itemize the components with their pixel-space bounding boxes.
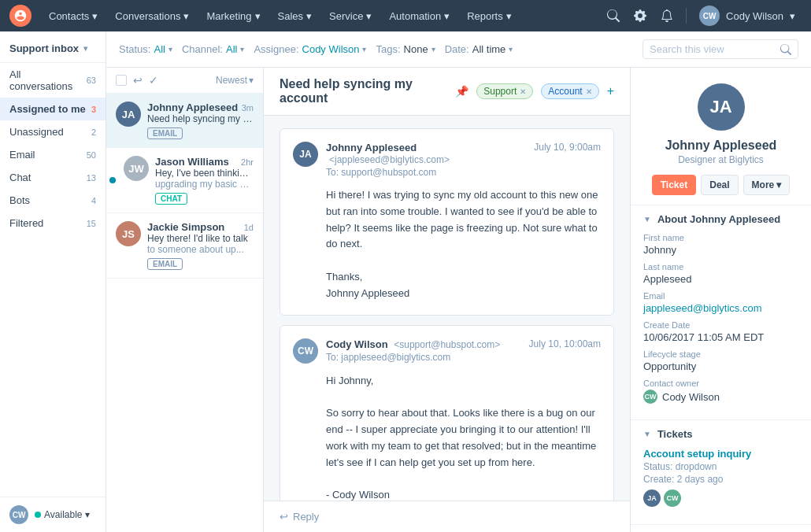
sidebar-item-filtered[interactable]: Filtered 15 [0, 212, 106, 235]
msg-meta-1: Johnny Appleseed <jappleseed@biglytics.c… [326, 142, 526, 178]
field-create-date: Create Date 10/06/2017 11:05 AM EDT [643, 320, 798, 343]
sidebar-item-bots[interactable]: Bots 4 [0, 189, 106, 212]
sidebar-header[interactable]: Support inbox ▾ [0, 31, 106, 63]
conv-detail-header: Need help syncing my account 📌 Support ✕… [264, 68, 630, 116]
conv-item-3[interactable]: JS Jackie Simpson 1d Hey there! I'd like… [106, 213, 263, 279]
tickets-chevron-icon: ▼ [643, 430, 651, 438]
msg-avatar-1: JA [293, 142, 318, 167]
unread-indicator [109, 177, 116, 183]
more-button[interactable]: More ▾ [743, 175, 791, 195]
sidebar-arrow-icon: ▾ [83, 44, 87, 53]
about-section: ▼ About Johnny Appleseed First name John… [631, 205, 811, 420]
ticket-button[interactable]: Ticket [652, 175, 696, 195]
sidebar-item-assigned-to-me[interactable]: Assigned to me 3 [0, 98, 106, 120]
reply-button[interactable]: ↩ Reply [280, 511, 319, 523]
conv-item-2[interactable]: JW Jason Williams 2hr Hey, I've been thi… [106, 148, 263, 213]
conv-avatar-2: JW [124, 156, 149, 181]
app-body: Support inbox ▾ All conversations 63 Ass… [0, 31, 811, 532]
conv-body-1: Johnny Appleseed 3m Need help syncing my… [147, 102, 254, 139]
content-area: Status: All ▾ Channel: All ▾ Assignee: C… [106, 31, 811, 532]
available-status-btn[interactable]: Available ▾ [35, 509, 90, 520]
top-navigation: Contacts ▾ Conversations ▾ Marketing ▾ S… [0, 0, 811, 31]
tag-account: Account ✕ [541, 83, 598, 99]
nav-sales[interactable]: Sales ▾ [270, 0, 320, 31]
select-all-checkbox[interactable] [116, 75, 127, 86]
filter-channel[interactable]: Channel: All ▾ [182, 43, 245, 55]
sort-button[interactable]: Newest ▾ [216, 75, 254, 86]
checkmark-icon[interactable]: ✓ [149, 74, 158, 87]
ticket-title[interactable]: Account setup inquiry [643, 448, 798, 460]
nav-contacts[interactable]: Contacts ▾ [41, 0, 106, 31]
nav-conversations[interactable]: Conversations ▾ [107, 0, 197, 31]
search-view-container [643, 39, 798, 59]
action-icons: ↩ ✓ [133, 74, 158, 87]
hubspot-logo[interactable] [9, 5, 31, 27]
filter-tags[interactable]: Tags: None ▾ [376, 43, 435, 55]
deal-button[interactable]: Deal [701, 175, 738, 195]
tag-support-close[interactable]: ✕ [520, 87, 526, 96]
about-section-header[interactable]: ▼ About Johnny Appleseed [631, 205, 811, 233]
sidebar-item-all-conversations[interactable]: All conversations 63 [0, 63, 106, 98]
msg-avatar-2: CW [293, 338, 318, 364]
field-firstname: First name Johnny [643, 233, 798, 256]
ticket-avatar-2: CW [664, 490, 681, 507]
available-dot-icon [35, 512, 41, 518]
reply-icon[interactable]: ↩ [133, 74, 143, 87]
nav-automation[interactable]: Automation ▾ [381, 0, 457, 31]
owner-avatar: CW [643, 390, 657, 404]
field-lastname: Last name Appleseed [643, 262, 798, 285]
sidebar-item-email[interactable]: Email 50 [0, 143, 106, 166]
left-sidebar: Support inbox ▾ All conversations 63 Ass… [0, 31, 106, 532]
search-view-icon [780, 44, 791, 55]
profile-avatar: JA [698, 83, 745, 131]
sidebar-title: Support inbox [9, 42, 79, 54]
ticket-avatars: JA CW [643, 490, 798, 507]
tag-support: Support ✕ [476, 83, 533, 99]
reply-bar: ↩ Reply [264, 501, 630, 532]
sidebar-item-chat[interactable]: Chat 13 [0, 166, 106, 189]
filter-assignee[interactable]: Assignee: Cody Wilson ▾ [254, 43, 366, 55]
nav-service[interactable]: Service ▾ [321, 0, 380, 31]
conversation-list: ↩ ✓ Newest ▾ JA Johnny Applesee [106, 68, 264, 532]
search-icon-btn[interactable] [601, 3, 626, 28]
conv-body-2: Jason Williams 2hr Hey, I've been thinki… [155, 156, 254, 205]
field-contact-owner: Contact owner CW Cody Wilson [643, 379, 798, 404]
field-email: Email jappleseed@biglytics.com [643, 291, 798, 314]
sidebar-item-unassigned[interactable]: Unassigned 2 [0, 120, 106, 143]
msg-body-1: Hi there! I was trying to sync my old ac… [293, 187, 601, 302]
tickets-section-body: Account setup inquiry Status: dropdown C… [631, 448, 811, 524]
ticket-avatar-1: JA [643, 490, 661, 507]
msg-meta-2: Cody Wilson <support@hubspot.com> To: ja… [326, 338, 521, 363]
msg-body-2: Hi Johnny, So sorry to hear about that. … [293, 373, 601, 501]
nav-reports[interactable]: Reports ▾ [459, 0, 520, 31]
search-view-input[interactable] [650, 43, 776, 55]
ticket-item-1: Account setup inquiry Status: dropdown C… [643, 448, 798, 507]
about-section-body: First name Johnny Last name Appleseed Em… [631, 233, 811, 419]
tag-account-close[interactable]: ✕ [586, 87, 592, 96]
conv-list-header: ↩ ✓ Newest ▾ [106, 68, 263, 94]
conv-body-3: Jackie Simpson 1d Hey there! I'd like to… [147, 221, 254, 270]
reply-icon-symbol: ↩ [280, 511, 288, 523]
conversation-detail: Need help syncing my account 📌 Support ✕… [264, 68, 630, 532]
contact-profile: JA Johnny Appleseed Designer at Biglytic… [631, 68, 811, 205]
filter-bar: Status: All ▾ Channel: All ▾ Assignee: C… [106, 31, 811, 68]
message-list: JA Johnny Appleseed <jappleseed@biglytic… [264, 116, 630, 501]
pin-icon: 📌 [455, 85, 468, 98]
about-chevron-icon: ▼ [643, 215, 651, 224]
user-menu[interactable]: CW Cody Wilson ▾ [693, 6, 802, 26]
deals-section[interactable]: ▶ Deals [631, 525, 811, 532]
main-content: ↩ ✓ Newest ▾ JA Johnny Applesee [106, 68, 811, 532]
field-lifecycle: Lifecycle stage Opportunity [643, 349, 798, 372]
tickets-section-header[interactable]: ▼ Tickets [631, 420, 811, 448]
settings-icon-btn[interactable] [628, 3, 653, 28]
nav-marketing[interactable]: Marketing ▾ [198, 0, 268, 31]
filter-date[interactable]: Date: All time ▾ [445, 43, 513, 55]
sidebar-footer: CW Available ▾ [0, 497, 106, 532]
profile-name: Johnny Appleseed [665, 139, 777, 153]
conv-item-1[interactable]: JA Johnny Appleseed 3m Need help syncing… [106, 94, 263, 148]
profile-actions: Ticket Deal More ▾ [652, 175, 791, 195]
notifications-icon-btn[interactable] [654, 3, 680, 28]
sidebar-nav: All conversations 63 Assigned to me 3 Un… [0, 63, 106, 497]
filter-status[interactable]: Status: All ▾ [119, 43, 172, 55]
add-tag-button[interactable]: + [607, 84, 614, 98]
